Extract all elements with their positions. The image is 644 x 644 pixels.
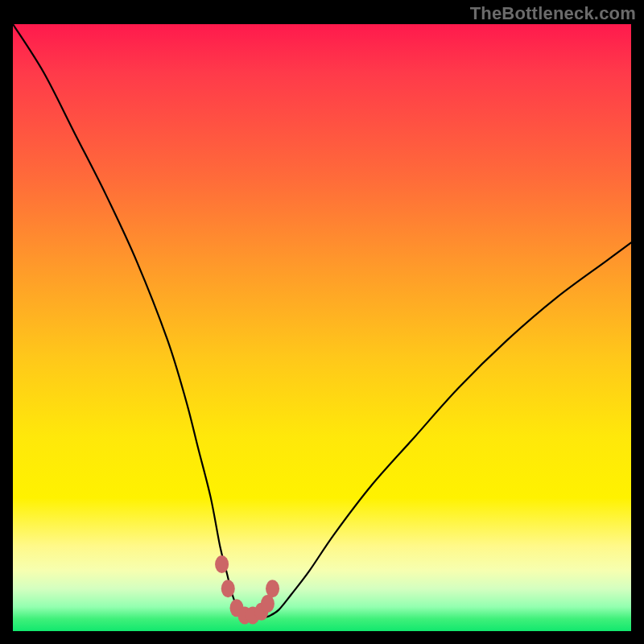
- marker-point: [261, 595, 275, 613]
- optimal-range-markers: [215, 555, 279, 624]
- chart-frame: TheBottleneck.com: [0, 0, 644, 644]
- marker-point: [215, 555, 229, 573]
- plot-area: [13, 24, 631, 631]
- bottleneck-curve: [13, 24, 631, 617]
- marker-point: [266, 580, 279, 597]
- chart-svg: [13, 24, 631, 631]
- marker-point: [221, 580, 235, 597]
- watermark-text: TheBottleneck.com: [470, 3, 636, 24]
